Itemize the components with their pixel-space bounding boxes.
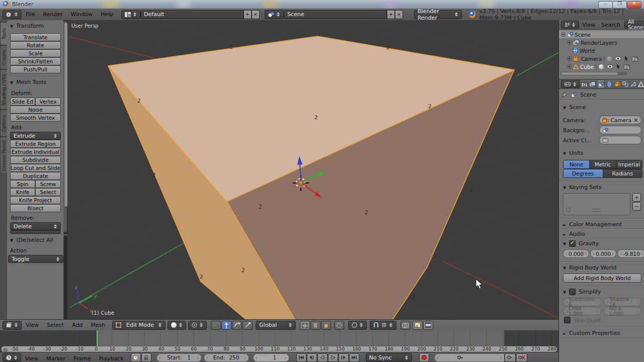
- outliner-item-scene[interactable]: Scene: [559, 31, 644, 38]
- screen-layout-field[interactable]: Default: [140, 10, 244, 19]
- tab-world[interactable]: [606, 80, 613, 88]
- spin-button[interactable]: Spin: [10, 180, 35, 188]
- delete-layout-button[interactable]: ✕: [252, 10, 260, 19]
- vertex-slide-button[interactable]: Vertex: [35, 98, 61, 106]
- tl-menu-marker[interactable]: Marker: [42, 353, 69, 362]
- active-clip-field[interactable]: [599, 136, 641, 144]
- bisect-button[interactable]: Bisect: [10, 204, 61, 212]
- jump-to-start-button[interactable]: [296, 353, 306, 362]
- 3d-viewport[interactable]: 2 2 2 2 2 2 2 2 2 2 2 2: [67, 20, 558, 319]
- vp-menu-select[interactable]: Select: [43, 322, 68, 328]
- pivot-dropdown[interactable]: [188, 321, 207, 330]
- insert-keyframe-button[interactable]: [505, 353, 516, 362]
- gravity-y-field[interactable]: 0.000: [590, 249, 616, 258]
- viewport-editor-selector[interactable]: [3, 321, 22, 330]
- scene-selector-icon-button[interactable]: [265, 10, 284, 19]
- translate-manipulator-button[interactable]: [221, 321, 231, 330]
- outliner-menu-view[interactable]: View: [579, 22, 598, 28]
- add-keying-set-button[interactable]: +: [632, 193, 641, 202]
- visibility-eye-icon[interactable]: [607, 64, 613, 69]
- menu-help[interactable]: Help: [97, 11, 117, 18]
- shrink-fatten-button[interactable]: Shrink/Fatten: [10, 57, 61, 65]
- current-frame-field[interactable]: 1: [253, 353, 289, 362]
- outliner-scrollbar[interactable]: [560, 72, 627, 75]
- smooth-vertex-button[interactable]: Smooth Vertex: [10, 114, 61, 122]
- timeline-editor[interactable]: -50-40-30-20-100102030405060708090100110…: [0, 330, 558, 352]
- delete-scene-button[interactable]: ✕: [395, 10, 403, 19]
- selectability-cursor-icon[interactable]: [616, 64, 621, 69]
- outliner-display-dropdown[interactable]: All Scenes: [624, 21, 644, 29]
- tab-shading-uvs[interactable]: Shading / UVs: [0, 69, 7, 110]
- expand-plus-icon[interactable]: [567, 64, 572, 69]
- tab-constraints[interactable]: [622, 80, 629, 88]
- manipulator-toggle-button[interactable]: [211, 321, 221, 330]
- renderability-icon[interactable]: [632, 56, 638, 61]
- units-metric-button[interactable]: Metric: [590, 160, 616, 168]
- screw-button[interactable]: Screw: [35, 180, 61, 188]
- record-button[interactable]: [419, 353, 429, 362]
- panel-header-simplify[interactable]: Simplify: [563, 289, 601, 295]
- lock-frame-button[interactable]: [141, 353, 151, 362]
- selectability-cursor-icon[interactable]: [624, 56, 629, 61]
- panel-header-mesh-tools[interactable]: Mesh Tools: [10, 79, 46, 85]
- delete-dropdown[interactable]: Delete: [10, 222, 61, 230]
- tab-render[interactable]: [581, 80, 588, 88]
- add-layout-button[interactable]: +: [244, 10, 252, 19]
- panel-header-audio[interactable]: Audio: [563, 231, 585, 237]
- simplify-checkbox[interactable]: [569, 289, 576, 295]
- render-animation-button[interactable]: [423, 321, 433, 330]
- panel-header-color-management[interactable]: Color Management: [563, 221, 622, 228]
- edge-select-button[interactable]: [310, 321, 320, 330]
- tab-create[interactable]: Create: [0, 45, 7, 69]
- scene-field[interactable]: Scene: [284, 10, 387, 19]
- delete-keyframe-button[interactable]: [516, 353, 527, 362]
- gravity-z-field[interactable]: -9.810: [617, 249, 644, 258]
- orientation-dropdown[interactable]: Global: [256, 321, 296, 330]
- simplify-subdivision-field[interactable]: Subdivisio: 6: [563, 298, 601, 306]
- panel-header-rigid-body[interactable]: Rigid Body World: [563, 264, 616, 271]
- panel-header-custom-properties[interactable]: Custom Properties: [563, 330, 620, 336]
- scale-button[interactable]: Scale: [10, 49, 61, 57]
- units-degrees-button[interactable]: Degrees: [564, 169, 603, 177]
- outliner-menu-search[interactable]: Search: [598, 22, 623, 28]
- occlude-geometry-button[interactable]: [334, 321, 344, 330]
- rotate-button[interactable]: Rotate: [10, 41, 61, 49]
- panel-header-gravity[interactable]: Gravity: [563, 240, 599, 247]
- prev-keyframe-button[interactable]: [307, 353, 317, 362]
- vertex-select-button[interactable]: [300, 321, 310, 330]
- rotate-manipulator-button[interactable]: [232, 321, 242, 330]
- tl-menu-view[interactable]: View: [21, 353, 42, 362]
- vp-menu-add[interactable]: Add: [68, 322, 87, 328]
- extrude-region-button[interactable]: Extrude Region: [10, 140, 61, 148]
- play-button[interactable]: [328, 353, 338, 362]
- tab-object[interactable]: [614, 80, 621, 88]
- tab-data[interactable]: [637, 80, 644, 88]
- vp-menu-view[interactable]: View: [22, 322, 43, 328]
- tab-scene[interactable]: [597, 79, 605, 88]
- snap-dropdown[interactable]: [370, 321, 396, 330]
- units-none-button[interactable]: None: [564, 160, 590, 168]
- tab-render-layers[interactable]: [589, 80, 596, 88]
- collapse-icon[interactable]: [561, 32, 566, 37]
- background-scene-field[interactable]: [599, 126, 641, 134]
- render-engine-dropdown[interactable]: Blender Render: [414, 10, 462, 19]
- tab-modifiers[interactable]: [630, 80, 637, 88]
- render-opengl-button[interactable]: [400, 321, 411, 330]
- render-still-button[interactable]: [413, 321, 423, 330]
- action-dropdown[interactable]: Toggle: [8, 255, 63, 263]
- outliner-item-world[interactable]: World: [559, 47, 644, 54]
- translate-button[interactable]: Translate: [10, 33, 61, 41]
- editor-type-selector[interactable]: i: [3, 10, 22, 19]
- expand-plus-icon[interactable]: [567, 40, 572, 45]
- vp-menu-mesh[interactable]: Mesh: [87, 322, 109, 328]
- shading-dropdown[interactable]: [168, 321, 186, 330]
- toolshelf-scrollbar[interactable]: [63, 21, 67, 232]
- remove-keying-set-button[interactable]: −: [632, 202, 641, 211]
- menu-window[interactable]: Window: [67, 11, 97, 18]
- simplify-child-field[interactable]: Child : 1.000: [563, 307, 601, 315]
- skip-quad-checkbox[interactable]: [564, 317, 571, 323]
- face-select-button[interactable]: [321, 321, 331, 330]
- add-scene-button[interactable]: +: [387, 10, 395, 19]
- tl-menu-playback[interactable]: Playback: [95, 353, 127, 362]
- visibility-eye-icon[interactable]: [615, 56, 621, 61]
